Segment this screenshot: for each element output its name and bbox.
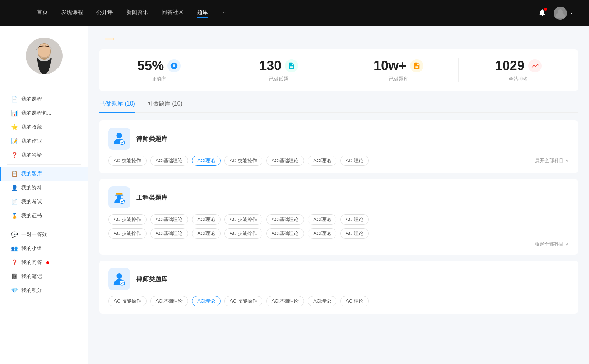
stat-item-1: 130 已做试题: [219, 58, 339, 82]
tag-1-2[interactable]: ACI理论: [192, 214, 221, 225]
stat-icon-3: [528, 59, 542, 72]
bank-title-1: 工程类题库: [136, 193, 167, 202]
tag-1-5[interactable]: ACI理论: [308, 214, 336, 225]
nav-item-新闻资讯[interactable]: 新闻资讯: [126, 9, 148, 18]
svg-point-6: [120, 140, 125, 145]
main-layout: 📄 我的课程 📊 我的课程包... ⭐ 我的收藏 📝 我的作业 ❓ 我的答疑 📋…: [0, 26, 589, 364]
nav-item-公开课[interactable]: 公开课: [96, 9, 113, 18]
sidebar-label-2: 我的收藏: [21, 124, 42, 131]
sidebar-label-0: 我的课程: [21, 96, 42, 103]
sidebar-item-8[interactable]: 🏅 我的证书: [0, 209, 88, 223]
tag-r2-1-5[interactable]: ACI理论: [308, 228, 336, 239]
navbar-right: [531, 7, 574, 20]
sidebar-divider: [7, 225, 81, 225]
user-avatar-nav[interactable]: [554, 7, 574, 20]
bank-card-2: 律师类题库 ACI技能操作ACI基础理论ACI理论ACI技能操作ACI基础理论A…: [99, 261, 578, 314]
tag-r2-1-2[interactable]: ACI理论: [192, 228, 221, 239]
sidebar-icon-13: 💎: [11, 287, 18, 294]
sidebar-item-0[interactable]: 📄 我的课程: [0, 92, 88, 106]
sidebar-item-5[interactable]: 📋 我的题库: [0, 167, 88, 181]
tag-2-6[interactable]: ACI理论: [340, 296, 369, 306]
sidebar-item-2[interactable]: ⭐ 我的收藏: [0, 120, 88, 134]
stat-number-0: 55%: [137, 58, 164, 74]
sidebar-icon-2: ⭐: [11, 124, 18, 131]
sidebar-item-4[interactable]: ❓ 我的答疑: [0, 148, 88, 162]
tag-0-5[interactable]: ACI理论: [308, 156, 336, 166]
sidebar-item-1[interactable]: 📊 我的课程包...: [0, 106, 88, 120]
tags-row1-0: ACI技能操作ACI基础理论ACI理论ACI技能操作ACI基础理论ACI理论AC…: [108, 156, 569, 166]
tag-0-1[interactable]: ACI基础理论: [150, 156, 188, 166]
tag-0-3[interactable]: ACI技能操作: [224, 156, 262, 166]
tag-2-0[interactable]: ACI技能操作: [108, 296, 147, 306]
tag-2-5[interactable]: ACI理论: [308, 296, 336, 306]
tags-row2-1: ACI技能操作ACI基础理论ACI理论ACI技能操作ACI基础理论ACI理论AC…: [108, 228, 569, 239]
tag-1-4[interactable]: ACI基础理论: [266, 214, 304, 225]
page-header: [99, 38, 578, 40]
navbar: 首页发现课程公开课新闻资讯问答社区题库···: [0, 0, 589, 26]
sidebar-item-3[interactable]: 📝 我的作业: [0, 134, 88, 148]
tag-r2-1-3[interactable]: ACI技能操作: [224, 228, 262, 239]
stat-number-2: 10w+: [374, 58, 406, 74]
stat-main-2: 10w+: [374, 58, 423, 74]
tab-1[interactable]: 可做题库 (10): [147, 100, 183, 112]
bank-cards-list: 律师类题库 ACI技能操作ACI基础理论ACI理论ACI技能操作ACI基础理论A…: [99, 120, 578, 314]
sidebar: 📄 我的课程 📊 我的课程包... ⭐ 我的收藏 📝 我的作业 ❓ 我的答疑 📋…: [0, 26, 88, 364]
tag-0-6[interactable]: ACI理论: [340, 156, 369, 166]
sidebar-item-13[interactable]: 💎 我的积分: [0, 283, 88, 297]
tag-r2-1-4[interactable]: ACI基础理论: [266, 228, 304, 239]
tag-1-3[interactable]: ACI技能操作: [224, 214, 262, 225]
sidebar-dot: [46, 261, 49, 264]
expand-btn-0[interactable]: 展开全部科目 ∨: [535, 157, 569, 164]
tags-row1-1: ACI技能操作ACI基础理论ACI理论ACI技能操作ACI基础理论ACI理论AC…: [108, 214, 569, 225]
stat-label-0: 正确率: [152, 76, 166, 82]
tag-r2-1-1[interactable]: ACI基础理论: [150, 228, 188, 239]
tag-r2-1-6[interactable]: ACI理论: [340, 228, 369, 239]
bank-card-header-0: 律师类题库: [108, 128, 569, 150]
avatar: [26, 38, 63, 74]
nav-item-首页[interactable]: 首页: [37, 9, 48, 18]
stat-label-1: 已做试题: [269, 76, 288, 82]
tag-0-0[interactable]: ACI技能操作: [108, 156, 147, 166]
sidebar-item-12[interactable]: 📓 我的笔记: [0, 270, 88, 283]
tag-r2-1-0[interactable]: ACI技能操作: [108, 228, 147, 239]
tag-2-2[interactable]: ACI理论: [192, 296, 221, 306]
nav-item-问答社区[interactable]: 问答社区: [162, 9, 184, 18]
nav-item-···[interactable]: ···: [221, 9, 226, 18]
avatar-image: [554, 7, 567, 20]
stat-icon-2: [410, 59, 423, 72]
sidebar-icon-3: 📝: [11, 138, 18, 144]
tab-0[interactable]: 已做题库 (10): [99, 100, 135, 113]
collapse-btn-1[interactable]: 收起全部科目 ∧: [108, 241, 569, 247]
tag-0-2[interactable]: ACI理论: [192, 156, 221, 166]
sidebar-item-10[interactable]: 👥 我的小组: [0, 242, 88, 256]
main-content: 55% 正确率 130 已做试题 10w+ 已做题库 1029 全站排名 已做题…: [88, 26, 589, 364]
sidebar-label-10: 我的小组: [21, 245, 42, 252]
sidebar-item-11[interactable]: ❓ 我的问答: [0, 256, 88, 270]
tag-2-4[interactable]: ACI基础理论: [266, 296, 304, 306]
sidebar-item-6[interactable]: 👤 我的资料: [0, 181, 88, 195]
bank-card-0: 律师类题库 ACI技能操作ACI基础理论ACI理论ACI技能操作ACI基础理论A…: [99, 120, 578, 173]
bank-icon-0: [108, 128, 130, 150]
sidebar-divider: [7, 164, 81, 165]
nav-item-发现课程[interactable]: 发现课程: [61, 9, 83, 18]
tag-2-1[interactable]: ACI基础理论: [150, 296, 188, 306]
user-profile: [0, 38, 88, 88]
stat-item-3: 1029 全站排名: [459, 58, 578, 82]
sidebar-icon-6: 👤: [11, 185, 18, 191]
tag-1-1[interactable]: ACI基础理论: [150, 214, 188, 225]
tag-1-6[interactable]: ACI理论: [340, 214, 369, 225]
stats-row: 55% 正确率 130 已做试题 10w+ 已做题库 1029 全站排名: [99, 49, 578, 91]
tag-0-4[interactable]: ACI基础理论: [266, 156, 304, 166]
notification-bell[interactable]: [538, 8, 546, 18]
tag-1-0[interactable]: ACI技能操作: [108, 214, 147, 225]
sidebar-icon-4: ❓: [11, 152, 18, 158]
bank-card-header-1: 工程类题库: [108, 186, 569, 208]
bank-icon-2: [108, 268, 130, 290]
tag-2-3[interactable]: ACI技能操作: [224, 296, 262, 306]
notification-dot: [544, 8, 547, 11]
tabs-row: 已做题库 (10)可做题库 (10): [99, 100, 578, 113]
sidebar-icon-1: 📊: [11, 110, 18, 117]
sidebar-item-7[interactable]: 📄 我的考试: [0, 195, 88, 209]
sidebar-item-9[interactable]: 💬 一对一答疑: [0, 228, 88, 242]
nav-item-题库[interactable]: 题库: [197, 9, 208, 18]
